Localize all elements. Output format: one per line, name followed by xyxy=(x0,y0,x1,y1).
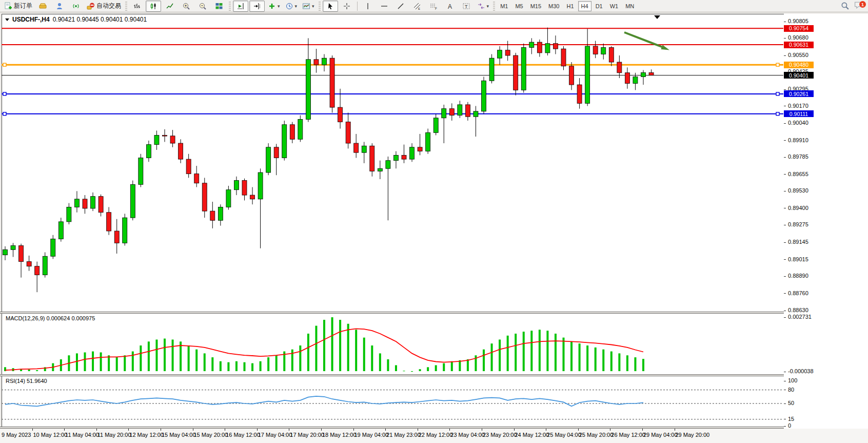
dropdown-caret: ▾ xyxy=(312,4,314,9)
panel-splitter[interactable] xyxy=(0,374,868,376)
timeframe-h1[interactable]: H1 xyxy=(564,1,577,11)
arrows-button[interactable]: ▾ xyxy=(475,1,491,12)
time-label: 24 May 12:00 xyxy=(515,432,549,438)
time-tickmark xyxy=(128,429,129,431)
zoom-out-button[interactable] xyxy=(195,1,210,12)
line-chart-button[interactable] xyxy=(162,1,177,12)
time-tickmark xyxy=(482,429,482,431)
chart-shift-button[interactable] xyxy=(249,1,265,12)
time-label: 29 May 20:00 xyxy=(676,432,710,438)
timeframe-d1[interactable]: D1 xyxy=(593,1,606,11)
price-badge: 0.90401 xyxy=(784,72,814,79)
price-tickmark xyxy=(784,311,786,311)
periods-button[interactable]: ▾ xyxy=(283,1,300,12)
price-tickmark xyxy=(784,208,786,208)
rsi-tickmark xyxy=(784,403,786,404)
template-icon xyxy=(302,2,310,10)
main-chart-panel[interactable] xyxy=(2,14,784,312)
equidistant-channel-button[interactable]: E xyxy=(409,1,425,12)
toolbar-grip[interactable] xyxy=(229,2,231,11)
signals-button[interactable] xyxy=(68,1,84,12)
price-tick-label: 0.90805 xyxy=(788,18,808,24)
time-label: 25 May 20:00 xyxy=(579,432,614,438)
new-order-button[interactable]: 新订单 xyxy=(2,1,34,12)
price-tick-label: 0.89275 xyxy=(788,221,808,227)
timeframe-m1[interactable]: M1 xyxy=(497,1,511,11)
autotrading-icon xyxy=(87,2,95,10)
price-badge: 0.90480 xyxy=(784,62,814,68)
time-label: 15 May 04:00 xyxy=(162,432,196,438)
price-tickmark xyxy=(784,191,786,191)
market-watch-button[interactable] xyxy=(35,1,51,12)
trendline-button[interactable] xyxy=(393,1,408,12)
search-icon[interactable] xyxy=(841,2,850,10)
tile-windows-button[interactable] xyxy=(211,1,227,12)
rsi-panel[interactable] xyxy=(2,376,784,427)
candlestick-chart-button[interactable] xyxy=(146,1,161,12)
time-label: 25 May 04:00 xyxy=(547,432,581,438)
bar-chart-button[interactable] xyxy=(129,1,145,12)
time-tickmark xyxy=(225,429,225,431)
expert-advisor-button[interactable] xyxy=(52,1,67,12)
notifications-button[interactable]: 1 xyxy=(854,1,863,11)
price-tick-label: 0.88760 xyxy=(788,290,808,296)
toolbar-grip[interactable] xyxy=(493,2,495,11)
timeframe-w1[interactable]: W1 xyxy=(607,1,622,11)
time-tickmark xyxy=(96,429,97,431)
time-label: 12 May 12:00 xyxy=(129,432,164,438)
price-badge: 0.90631 xyxy=(784,42,814,48)
price-tickmark xyxy=(784,157,786,158)
crosshair-button[interactable] xyxy=(339,1,354,12)
time-tickmark xyxy=(418,429,418,431)
zoom-in-button[interactable] xyxy=(179,1,194,12)
time-tickmark xyxy=(546,429,546,431)
toolbar: 新订单 自动交易 ▾ ▾ xyxy=(0,0,868,12)
panel-splitter[interactable] xyxy=(0,312,868,314)
chart-shift-icon xyxy=(253,2,261,10)
price-tickmark xyxy=(784,293,786,294)
text-label-button[interactable]: T xyxy=(459,1,474,12)
crosshair-icon xyxy=(343,2,351,10)
templates-button[interactable]: ▾ xyxy=(300,1,317,12)
toolbar-grip[interactable] xyxy=(319,2,321,11)
timeframe-h4[interactable]: H4 xyxy=(578,1,591,11)
time-tickmark xyxy=(32,429,33,431)
zoom-out-icon xyxy=(199,2,207,10)
svg-text:F: F xyxy=(435,7,437,10)
price-tick-label: 0.88890 xyxy=(788,273,808,279)
svg-text:T: T xyxy=(465,4,468,9)
price-tickmark xyxy=(784,22,786,22)
time-label: 29 May 04:00 xyxy=(643,432,678,438)
macd-tickmark xyxy=(784,372,786,372)
auto-scroll-button[interactable] xyxy=(233,1,248,12)
dropdown-caret: ▾ xyxy=(487,4,489,9)
time-tickmark xyxy=(289,429,289,431)
macd-panel[interactable] xyxy=(2,314,784,374)
vertical-line-icon xyxy=(364,2,372,10)
time-label: 11 May 20:00 xyxy=(97,432,131,438)
macd-tick-label: 0.002731 xyxy=(788,314,812,320)
cursor-icon xyxy=(326,2,334,10)
time-label: 9 May 2023 xyxy=(2,432,31,438)
text-button[interactable]: A xyxy=(442,1,458,12)
notification-badge: 1 xyxy=(859,1,866,8)
timeframe-m15[interactable]: M15 xyxy=(527,1,544,11)
price-tick-label: 0.89015 xyxy=(788,256,808,262)
timeframe-m30[interactable]: M30 xyxy=(545,1,562,11)
toolbar-grip[interactable] xyxy=(125,2,127,11)
toolbar-right: 1 xyxy=(841,1,866,11)
horizontal-line-button[interactable] xyxy=(377,1,392,12)
timeframe-mn[interactable]: MN xyxy=(622,1,637,11)
timeframe-m5[interactable]: M5 xyxy=(512,1,526,11)
fibonacci-button[interactable]: F xyxy=(426,1,441,12)
collapse-icon[interactable] xyxy=(5,18,9,21)
price-tick-label: 0.90680 xyxy=(788,34,808,41)
price-tickmark xyxy=(784,89,786,90)
svg-text:E: E xyxy=(418,7,420,10)
vertical-line-button[interactable] xyxy=(360,1,376,12)
indicators-button[interactable]: ▾ xyxy=(266,1,282,12)
dropdown-caret: ▾ xyxy=(295,4,298,9)
cursor-button[interactable] xyxy=(323,1,338,12)
autotrading-button[interactable]: 自动交易 xyxy=(85,1,123,12)
chart-title: USDCHF-,H4 0.90421 0.90445 0.90401 0.904… xyxy=(5,16,147,23)
